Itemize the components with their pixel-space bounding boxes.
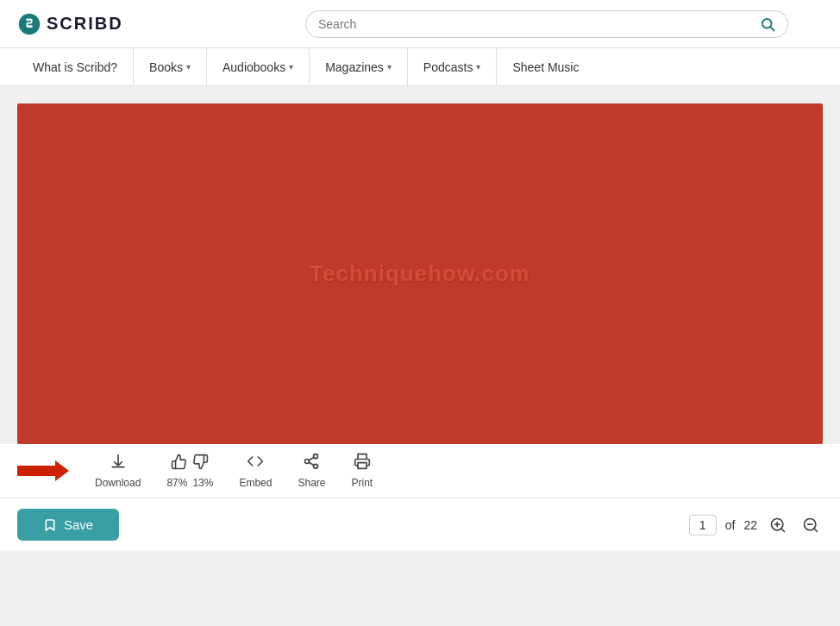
print-button[interactable]: Print: [352, 453, 373, 489]
arrow-indicator-icon: [17, 459, 69, 483]
svg-line-7: [310, 462, 315, 465]
total-pages: 22: [743, 518, 757, 532]
bookmark-icon: [43, 518, 57, 532]
svg-line-13: [781, 528, 785, 531]
nav-item-books[interactable]: Books ▾: [134, 48, 207, 86]
share-icon: [303, 453, 320, 474]
books-chevron-icon: ▾: [186, 62, 191, 72]
svg-line-1: [770, 27, 774, 30]
current-page[interactable]: 1: [689, 515, 717, 535]
document-viewer: Techniquehow.com: [17, 103, 823, 444]
magazines-chevron-icon: ▾: [387, 62, 392, 72]
zoom-in-button[interactable]: [766, 513, 790, 537]
search-bar: [305, 10, 788, 38]
nav-bar: What is Scribd? Books ▾ Audiobooks ▾ Mag…: [0, 48, 840, 86]
nav-item-sheet-music[interactable]: Sheet Music: [497, 48, 594, 86]
thumbs-down-percent: 13%: [192, 477, 213, 489]
svg-rect-9: [358, 463, 367, 469]
main-content: Techniquehow.com: [0, 86, 840, 444]
bottom-bar: Save 1 of 22: [0, 498, 840, 551]
download-button[interactable]: Download: [95, 453, 141, 489]
thumbs-up-percent: 87%: [166, 477, 187, 489]
thumbs-up-button[interactable]: [171, 454, 187, 474]
svg-marker-2: [17, 460, 69, 481]
watermark-text: Techniquehow.com: [310, 260, 530, 287]
logo-text: SCRIBD: [47, 14, 123, 34]
nav-item-magazines[interactable]: Magazines ▾: [310, 48, 408, 86]
audiobooks-chevron-icon: ▾: [289, 62, 293, 72]
nav-item-podcasts[interactable]: Podcasts ▾: [408, 48, 498, 86]
pagination: 1 of 22: [689, 513, 823, 537]
toolbar: Download 87% 13%: [0, 444, 840, 498]
nav-item-audiobooks[interactable]: Audiobooks ▾: [207, 48, 310, 86]
download-icon: [110, 453, 127, 474]
page-of-label: of: [725, 518, 736, 532]
search-container: [305, 10, 788, 38]
save-button[interactable]: Save: [17, 509, 119, 541]
rating-pair: 87% 13%: [166, 454, 213, 489]
embed-icon: [247, 453, 264, 474]
embed-button[interactable]: Embed: [239, 453, 272, 489]
podcasts-chevron-icon: ▾: [476, 62, 480, 72]
search-input[interactable]: [318, 17, 760, 31]
svg-line-16: [814, 528, 818, 531]
print-icon: [354, 453, 371, 474]
share-button[interactable]: Share: [298, 453, 325, 489]
zoom-out-button[interactable]: [799, 513, 823, 537]
logo[interactable]: SCRIBD: [17, 12, 123, 36]
nav-item-what-is-scribd[interactable]: What is Scribd?: [17, 48, 134, 86]
svg-line-8: [310, 457, 315, 460]
scribd-logo-icon: [17, 12, 41, 36]
header: SCRIBD: [0, 0, 840, 48]
search-button[interactable]: [760, 16, 775, 32]
thumbs-down-button[interactable]: [192, 454, 209, 474]
